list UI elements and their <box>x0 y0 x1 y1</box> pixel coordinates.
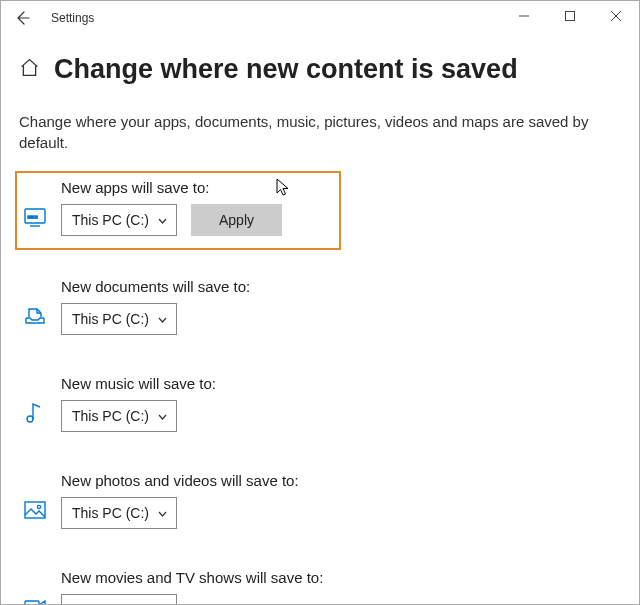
section-label-music: New music will save to: <box>61 375 617 392</box>
dropdown-value: This PC (C:) <box>72 408 149 424</box>
svg-rect-2 <box>28 216 30 218</box>
page-content: Change where new content is saved Change… <box>1 53 639 605</box>
chevron-down-icon <box>157 314 168 325</box>
settings-window: Settings Change where new content is sav… <box>0 0 640 605</box>
apply-button[interactable]: Apply <box>191 204 282 236</box>
page-description: Change where your apps, documents, music… <box>19 111 621 153</box>
close-button[interactable] <box>593 1 639 31</box>
dropdown-apps-location[interactable]: This PC (C:) <box>61 204 177 236</box>
page-title: Change where new content is saved <box>54 53 518 85</box>
section-label-apps: New apps will save to: <box>61 179 333 196</box>
section-photos: New photos and videos will save to: This… <box>19 464 621 541</box>
dropdown-documents-location[interactable]: This PC (C:) <box>61 303 177 335</box>
music-icon <box>23 401 47 425</box>
app-title: Settings <box>51 11 94 25</box>
section-label-documents: New documents will save to: <box>61 278 617 295</box>
section-body: New photos and videos will save to: This… <box>61 472 617 529</box>
chevron-down-icon <box>157 508 168 519</box>
video-icon <box>23 595 47 605</box>
svg-rect-0 <box>566 12 575 21</box>
dropdown-value: This PC (C:) <box>72 505 149 521</box>
highlight-box: New apps will save to: This PC (C:) Appl… <box>15 171 341 250</box>
section-body: New music will save to: This PC (C:) <box>61 375 617 432</box>
chevron-down-icon <box>157 411 168 422</box>
minimize-button[interactable] <box>501 1 547 31</box>
section-movies: New movies and TV shows will save to: Th… <box>19 561 621 605</box>
pictures-icon <box>23 498 47 522</box>
section-music: New music will save to: This PC (C:) <box>19 367 621 444</box>
svg-point-5 <box>27 416 33 422</box>
maximize-button[interactable] <box>547 1 593 31</box>
svg-rect-6 <box>25 502 45 518</box>
sections: New apps will save to: This PC (C:) Appl… <box>19 171 621 605</box>
section-body: New movies and TV shows will save to: Th… <box>61 569 617 605</box>
section-body: New apps will save to: This PC (C:) Appl… <box>61 179 333 236</box>
svg-rect-3 <box>32 216 34 218</box>
home-icon[interactable] <box>19 57 40 82</box>
window-controls <box>501 1 639 31</box>
back-button[interactable] <box>9 5 35 31</box>
svg-rect-4 <box>35 216 37 218</box>
section-body: New documents will save to: This PC (C:) <box>61 278 617 335</box>
chevron-down-icon <box>157 215 168 226</box>
heading-row: Change where new content is saved <box>19 53 621 85</box>
apps-icon <box>23 205 47 229</box>
dropdown-movies-location[interactable]: This PC (C:) <box>61 594 177 605</box>
section-apps: New apps will save to: This PC (C:) Appl… <box>23 179 333 236</box>
section-documents: New documents will save to: This PC (C:) <box>19 270 621 347</box>
section-label-movies: New movies and TV shows will save to: <box>61 569 617 586</box>
documents-icon <box>23 304 47 328</box>
dropdown-music-location[interactable]: This PC (C:) <box>61 400 177 432</box>
dropdown-value: This PC (C:) <box>72 311 149 327</box>
dropdown-photos-location[interactable]: This PC (C:) <box>61 497 177 529</box>
svg-rect-8 <box>25 601 39 605</box>
section-label-photos: New photos and videos will save to: <box>61 472 617 489</box>
dropdown-value: This PC (C:) <box>72 212 149 228</box>
svg-point-7 <box>37 506 40 509</box>
